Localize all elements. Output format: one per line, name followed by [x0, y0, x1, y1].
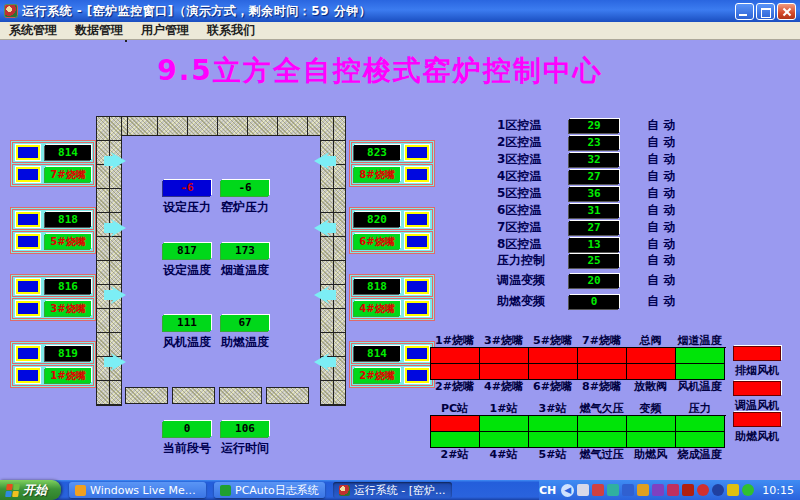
pressure-control-row: 压力控制 25 自 动	[497, 253, 737, 268]
tray-icon[interactable]	[637, 484, 649, 496]
status-cell	[480, 416, 529, 432]
tray-icon[interactable]	[667, 484, 679, 496]
status-col-label: 变频	[626, 402, 675, 415]
tray-icon[interactable]	[652, 484, 664, 496]
fan-temp-gauges: 111 67 风机温度 助燃温度	[160, 315, 272, 351]
zone-value-display: 36	[569, 187, 619, 201]
tray-icon[interactable]	[742, 484, 754, 496]
burner-name-button[interactable]: 3#烧嘴	[45, 301, 91, 316]
burner-name-button[interactable]: 4#烧嘴	[354, 301, 400, 316]
burner-temp-display: 823	[354, 145, 400, 160]
tray-icon[interactable]	[607, 484, 619, 496]
zone-mode-button[interactable]: 自 动	[647, 202, 675, 219]
zone-mode-button[interactable]: 自 动	[647, 236, 675, 253]
status-col-label: 2#烧嘴	[430, 380, 479, 393]
zone-mode-button[interactable]: 自 动	[647, 117, 675, 134]
tray-icon[interactable]	[577, 484, 589, 496]
tray-icon[interactable]	[682, 484, 694, 496]
runtime-display: 106	[221, 421, 269, 437]
app-icon	[4, 4, 18, 18]
status-cell	[480, 364, 529, 380]
tray-icon[interactable]	[727, 484, 739, 496]
zone-mode-button[interactable]: 自 动	[647, 219, 675, 236]
status-cell	[529, 416, 578, 432]
status-cell	[676, 364, 725, 380]
burner-name-button[interactable]: 2#烧嘴	[354, 368, 400, 383]
status-cell	[529, 432, 578, 448]
status-col-label: 3#烧嘴	[479, 334, 528, 347]
burner-group-7: 814 7#烧嘴	[10, 140, 96, 187]
zone-mode-button[interactable]: 自 动	[647, 151, 675, 168]
restore-button[interactable]	[756, 3, 775, 20]
pressure-gauges: -6 -6 设定压力 窑炉压力	[160, 180, 272, 216]
flue-temp-display: 173	[221, 243, 269, 259]
set-temp-display[interactable]: 817	[163, 243, 211, 259]
start-label: 开始	[23, 482, 47, 499]
status-cell	[431, 432, 480, 448]
burner-name-button[interactable]: 7#烧嘴	[45, 167, 91, 182]
zone-value-display: 31	[569, 204, 619, 218]
mimic-canvas: 9.5立方全自控梭式窑炉控制中心 814 7#烧嘴 818	[0, 40, 800, 480]
fan-label: 调温风机	[731, 398, 783, 413]
status-col-label: 烟道温度	[675, 334, 724, 347]
kiln-car-segment	[125, 40, 127, 42]
zone-row-6: 6区控温 31 自 动	[497, 203, 737, 218]
tray-icon[interactable]	[622, 484, 634, 496]
status-col-label: 4#烧嘴	[479, 380, 528, 393]
burner-temp-display: 818	[354, 279, 400, 294]
control-mode-button[interactable]: 自 动	[647, 293, 675, 310]
status-col-label: PC站	[430, 402, 479, 415]
burner-screen-icon	[405, 368, 429, 383]
exhaust-fan-indicator: 排烟风机	[731, 346, 783, 378]
burner-screen-icon	[405, 145, 429, 160]
run-status-gauges: 0 106 当前段号 运行时间	[160, 421, 272, 457]
tray-icon[interactable]	[592, 484, 604, 496]
menu-system[interactable]: 系统管理	[0, 22, 66, 39]
menu-user[interactable]: 用户管理	[132, 22, 198, 39]
burner-name-button[interactable]: 6#烧嘴	[354, 234, 400, 249]
burner-screen-icon	[16, 145, 40, 160]
zone-mode-button[interactable]: 自 动	[647, 134, 675, 151]
stage-display: 0	[163, 421, 211, 437]
set-pressure-display[interactable]: -6	[163, 180, 211, 196]
menu-data[interactable]: 数据管理	[66, 22, 132, 39]
status-cell	[676, 348, 725, 364]
log-app-icon	[220, 485, 231, 496]
fan-status-lamp	[733, 346, 781, 361]
temper-fan-indicator: 调温风机	[731, 381, 783, 413]
zone-label: 5区控温	[497, 185, 569, 202]
control-mode-button[interactable]: 自 动	[647, 272, 675, 289]
burner-name-button[interactable]: 5#烧嘴	[45, 234, 91, 249]
tray-icon[interactable]	[697, 484, 709, 496]
close-button[interactable]	[777, 3, 796, 20]
menu-contact[interactable]: 联系我们	[198, 22, 264, 39]
windows-logo-icon	[5, 484, 20, 497]
temperature-gauges: 817 173 设定温度 烟道温度	[160, 243, 272, 279]
burner-status-table: 1#烧嘴 3#烧嘴 5#烧嘴 7#烧嘴 总阀 烟道温度	[430, 334, 726, 393]
tray-icon[interactable]	[712, 484, 724, 496]
language-indicator[interactable]: CH	[539, 484, 556, 497]
tray-collapse-icon[interactable]: ◀	[561, 484, 574, 497]
zone-label: 7区控温	[497, 219, 569, 236]
application-window: 运行系统 - [窑炉监控窗口]（演示方式，剩余时间：59 分钟） 系统管理 数据…	[0, 0, 800, 500]
burner-name-button[interactable]: 8#烧嘴	[354, 167, 400, 182]
status-col-label: 燃气欠压	[577, 402, 626, 415]
task-windows-live[interactable]: Windows Live Mes...	[69, 482, 206, 498]
control-mode-button[interactable]: 自 动	[647, 252, 675, 269]
run-system-icon	[339, 485, 350, 496]
status-col-label: 3#站	[528, 402, 577, 415]
taskbar: 开始 Windows Live Mes... PCAuto日志系统 运行系统 -…	[0, 480, 800, 500]
status-col-label: 1#烧嘴	[430, 334, 479, 347]
start-button[interactable]: 开始	[0, 480, 61, 500]
zone-mode-button[interactable]: 自 动	[647, 168, 675, 185]
kiln-car-segment	[125, 387, 168, 404]
task-pcauto-log[interactable]: PCAuto日志系统	[214, 482, 325, 498]
page-title: 9.5立方全自控梭式窑炉控制中心	[0, 52, 760, 90]
burner-name-button[interactable]: 1#烧嘴	[45, 368, 91, 383]
task-run-system[interactable]: 运行系统 - [窑炉...	[333, 482, 452, 498]
status-cell	[480, 348, 529, 364]
messenger-icon	[75, 485, 86, 496]
zone-mode-button[interactable]: 自 动	[647, 185, 675, 202]
zone-label: 6区控温	[497, 202, 569, 219]
minimize-button[interactable]	[735, 3, 754, 20]
